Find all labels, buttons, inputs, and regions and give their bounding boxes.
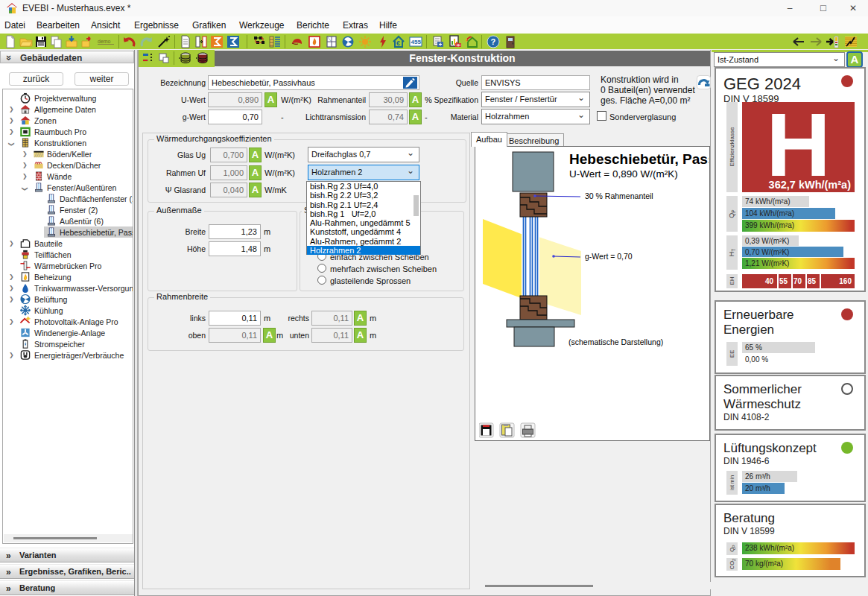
svg-text:g-Wert = 0,70: g-Wert = 0,70 — [585, 252, 633, 261]
svg-text:30 % Rahmenanteil: 30 % Rahmenanteil — [585, 191, 653, 200]
svg-text:€: € — [396, 39, 400, 47]
svg-text:?: ? — [491, 37, 496, 46]
svg-text:QP: QP — [729, 545, 736, 552]
svg-text:ist min: ist min — [729, 475, 735, 490]
svg-text:Hebeschiebetür, Pass: Hebeschiebetür, Pass — [569, 151, 709, 167]
svg-text:455: 455 — [411, 39, 422, 45]
svg-text:(schematische Darstellung): (schematische Darstellung) — [568, 337, 663, 346]
svg-text:EH: EH — [729, 276, 735, 285]
svg-text:EE: EE — [729, 350, 735, 358]
svg-text:Effizienzklasse: Effizienzklasse — [729, 127, 735, 166]
svg-text:CO2: CO2 — [729, 559, 736, 569]
svg-text:U-Wert = 0,890 W/(m²K): U-Wert = 0,890 W/(m²K) — [569, 168, 678, 180]
svg-text:HT: HT — [728, 249, 736, 257]
svg-text:QP: QP — [728, 209, 736, 218]
